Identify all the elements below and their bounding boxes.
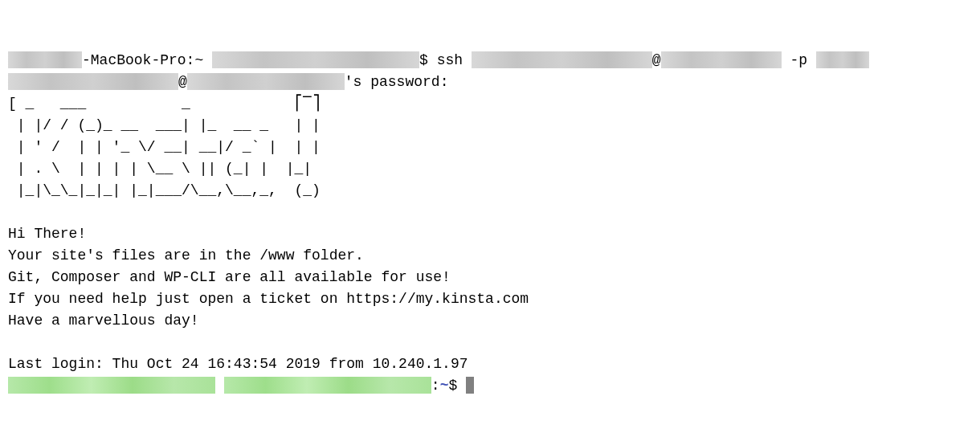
password-label: 's password: <box>345 74 449 90</box>
prompt-dollar: $ ssh <box>419 52 472 68</box>
terminal-cursor <box>466 377 474 394</box>
last-login: Last login: Thu Oct 24 16:43:54 2019 fro… <box>8 356 468 372</box>
terminal-output[interactable]: -MacBook-Pro:~ $ ssh @ -p @'s password: … <box>8 50 972 397</box>
prompt-dollar-remote: $ <box>448 378 466 394</box>
prompt-tilde: ~ <box>440 378 449 394</box>
at-sign-2: @ <box>178 74 187 90</box>
welcome-day: Have a marvellous day! <box>8 312 199 329</box>
welcome-help: If you need help just open a ticket on h… <box>8 291 529 307</box>
redacted-local-user <box>8 51 82 68</box>
welcome-files: Your site's files are in the /www folder… <box>8 247 364 263</box>
welcome-greeting: Hi There! <box>8 226 86 242</box>
at-sign: @ <box>652 52 661 68</box>
hostname-local: -MacBook-Pro:~ <box>82 52 212 68</box>
remote-prompt-line[interactable]: :~$ <box>8 378 474 394</box>
redacted-remote-host <box>224 377 431 394</box>
ascii-art-kinsta: [ _ ___ _ ⎡⎺⎤ | |/ / (_)_ __ ___| |_ __ … <box>8 96 321 198</box>
redacted-user2 <box>8 73 178 90</box>
line-password-prompt: @'s password: <box>8 74 448 90</box>
line-ssh-command: -MacBook-Pro:~ $ ssh @ -p <box>8 52 869 68</box>
redacted-ssh-port <box>816 51 869 68</box>
redacted-ssh-host <box>661 51 782 68</box>
redacted-host2 <box>187 73 345 90</box>
port-flag: -p <box>782 52 816 68</box>
welcome-tools: Git, Composer and WP-CLI are all availab… <box>8 269 451 285</box>
prompt-colon: : <box>431 378 440 394</box>
redacted-local-session <box>212 51 419 68</box>
redacted-ssh-user <box>472 51 652 68</box>
redacted-remote-user <box>8 377 215 394</box>
